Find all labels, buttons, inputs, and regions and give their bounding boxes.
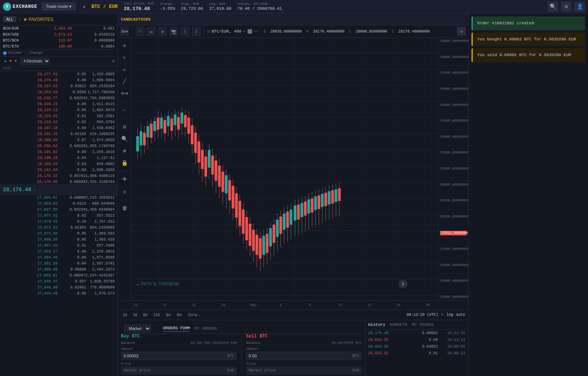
bid-row-12[interactable]: 27,860.00 0.08809 2,454.1874 xyxy=(0,266,118,272)
bid-row-1[interactable]: 27,893.03 0.0323 900.944869 xyxy=(0,201,118,207)
close-chart-button[interactable]: ✕ xyxy=(457,27,466,36)
bid-row-4[interactable]: 27,876.32 0.10 2,787.632 xyxy=(0,218,118,224)
trash-tool[interactable]: 🗑 xyxy=(119,203,130,214)
sell-amount-input[interactable] xyxy=(246,352,350,360)
forward-icon[interactable]: ⟩ xyxy=(192,27,201,36)
ask-row-3[interactable]: 28,253.26 0.0608 1,717.798208 xyxy=(0,89,118,95)
ask-row-17[interactable]: 28,178.19 0.05701 1,606.4386119 xyxy=(0,173,118,179)
search-icon[interactable]: 🔍 xyxy=(548,1,558,12)
settings-chart-icon[interactable]: ⚙ xyxy=(158,27,167,36)
filter-favorites-button[interactable]: ★ FAVORITES xyxy=(23,17,54,22)
history-panel: History MARKETS MY TRADES 28,176.48 0.00… xyxy=(365,320,468,376)
ask-row-11[interactable]: 28,200.94 0.07 1,974.0658 xyxy=(0,137,118,143)
change-radio[interactable]: Change xyxy=(24,51,43,55)
bid-row-13[interactable]: 27,859.61 0.08067 2,247.4341387 xyxy=(0,272,118,278)
diamond-tool[interactable]: ◇ xyxy=(119,186,130,197)
eye-tool[interactable]: 👁 xyxy=(119,174,130,185)
ask-row-13[interactable]: 28,191.02 0.08 2,255.2816 xyxy=(0,149,118,155)
time-3m[interactable]: 3m xyxy=(164,312,173,318)
coin-btc-eth[interactable]: BTC/ETH 100.00 0.0004 xyxy=(0,43,118,49)
buy-amount-input[interactable] xyxy=(121,352,225,360)
bid-row-11[interactable]: 27,861.89 0.04 2,507.5701 xyxy=(0,260,118,266)
bid-row-7[interactable]: 27,868.36 0.05 1,393.418 xyxy=(0,236,118,242)
camera-icon[interactable]: 📷 xyxy=(169,27,178,36)
time-12d[interactable]: 12d xyxy=(151,312,161,318)
bid-row-9[interactable]: 27,866.27 0.08 2,229.3016 xyxy=(0,248,118,254)
volume-radio[interactable]: Volume xyxy=(3,51,21,55)
time-1d[interactable]: 1d xyxy=(121,312,129,318)
candlestick-icon[interactable]: 𝄘 xyxy=(136,27,145,36)
pencil-tool[interactable]: ✏ xyxy=(119,64,130,74)
sell-amount-input-row[interactable]: BTC xyxy=(246,352,362,360)
goto-button[interactable]: Go to... xyxy=(186,312,202,318)
bid-row-16[interactable]: 27,844.48 0.06 1,670.673 xyxy=(0,290,118,296)
bid-row-14[interactable]: 27,846.97 0.037 1,030.33789 xyxy=(0,278,118,284)
svg-rect-73 xyxy=(215,161,217,181)
history-row-3[interactable]: 28,025.22 0.01 10:09:13 xyxy=(365,350,468,357)
time-3d[interactable]: 3d xyxy=(131,312,139,318)
history-row-0[interactable]: 28,176.48 0.00002 10:12:29 xyxy=(365,330,468,336)
crosshair-tool[interactable]: ✛ xyxy=(119,40,130,51)
date-5: 5 xyxy=(280,303,282,307)
markets-tab[interactable]: MARKETS xyxy=(390,322,407,327)
coin-bch-usd[interactable]: BCH/USD 2,873.13 0.0348218 xyxy=(0,31,118,37)
trade-mode-button[interactable]: Trade mode ▾ xyxy=(42,3,76,10)
market-type-select[interactable]: Market xyxy=(124,324,151,333)
bid-row-3[interactable]: 27,877.61 0.02 557.5522 xyxy=(0,213,118,218)
settings-icon[interactable]: ⚙ xyxy=(561,1,572,12)
bid-row-10[interactable]: 27,864.48 0.06 1,671.8688 xyxy=(0,254,118,260)
coin-bch-eur[interactable]: BCH/EUR 2,483.49 0.081 xyxy=(0,25,118,31)
h-val: 28176.48000000 xyxy=(313,30,345,34)
history-tab[interactable]: History xyxy=(368,322,385,327)
bid-row-2[interactable]: 27,887.56 0.05234 1,459.6348904 xyxy=(0,207,118,213)
chart-bar-indicator xyxy=(248,29,252,34)
scroll-right-button[interactable]: ❯ xyxy=(398,279,407,288)
ask-row-0[interactable]: 28,277.61 0.05 1,413.8805 xyxy=(0,71,118,77)
ask-row-4[interactable]: 28,249.77 0.06354 1,794.9903858 xyxy=(0,95,118,101)
bid-row-15[interactable]: 27,846.09 0.02801 779.9689809 xyxy=(0,284,118,290)
ask-row-2[interactable]: 28,267.82 0.03022 854.2535204 xyxy=(0,83,118,89)
time-6m[interactable]: 6m xyxy=(175,312,184,318)
filter-all-button[interactable]: ALL xyxy=(3,16,16,22)
ask-row-1[interactable]: 28,276.49 0.06 1,696.5894 xyxy=(0,77,118,83)
buy-amount-input-row[interactable]: BTC xyxy=(121,352,237,360)
ask-row-15[interactable]: 28,189.34 0.03 845.6802 xyxy=(0,161,118,167)
measure-tool[interactable]: ⊡ xyxy=(119,122,130,132)
history-row-2[interactable]: 28,034.36 0.04052 10:09:55 xyxy=(365,343,468,350)
buy-price-input-row[interactable]: Market price EUR xyxy=(121,367,237,375)
lock-tool[interactable]: 🔒 xyxy=(119,158,130,168)
my-orders-tab[interactable]: MY ORDERS xyxy=(195,325,217,331)
ask-row-14[interactable]: 28,190.25 0.04 1,127.61 xyxy=(0,155,118,161)
user-icon[interactable]: 👤 xyxy=(575,1,585,12)
my-trades-tab[interactable]: MY TRADES xyxy=(412,322,434,327)
magnet-tool[interactable]: ⊕ xyxy=(119,146,130,156)
ask-row-9[interactable]: 28,207.18 0.09 2,538.6462 xyxy=(0,125,118,131)
h-label: H xyxy=(306,30,309,34)
sell-price-input-row[interactable]: Market price EUR xyxy=(246,367,362,375)
ask-row-12[interactable]: 28,200.93 0.06933 1,955.1704769 xyxy=(0,143,118,149)
back-arrow-tool[interactable]: ← xyxy=(119,105,130,115)
orders-form-tab[interactable]: ORDERS FORM xyxy=(163,325,190,331)
line-tool[interactable]: ╱ xyxy=(119,76,130,86)
ask-row-6[interactable]: 28,226.13 0.06 1,693.5678 xyxy=(0,107,118,113)
ask-row-16[interactable]: 28,181.04 0.09 2,536.2936 xyxy=(0,167,118,173)
cursor-tool[interactable]: ↖ xyxy=(119,52,130,62)
history-row-1[interactable]: 28,033.25 0.08 10:11:14 xyxy=(365,336,468,343)
decimals-select[interactable]: 4 Decimals xyxy=(20,58,50,65)
ask-row-10[interactable]: 28,201.31 0.02185 616.1986235 xyxy=(0,131,118,137)
bar-chart-icon[interactable]: ⚌ xyxy=(147,27,156,36)
ask-row-18[interactable]: 28,176.48 0.08998 2,535.3196704 xyxy=(0,179,118,185)
ask-row-8[interactable]: 28,218.52 0.02 564.3704 xyxy=(0,119,118,125)
ask-row-5[interactable]: 28,238.23 0.05 1,411.9115 xyxy=(0,101,118,107)
bid-row-5[interactable]: 27,873.83 0.02383 664.2333689 xyxy=(0,224,118,230)
bid-row-8[interactable]: 27,867.03 0.02 557.3406 xyxy=(0,242,118,248)
hline-tool[interactable]: ⟺ xyxy=(119,88,130,98)
timeframe-selector[interactable]: 8h ▾ xyxy=(120,27,129,36)
ask-row-7[interactable]: 28,225.91 0.01 282.2591 xyxy=(0,113,118,119)
bid-row-0[interactable]: 27,896.02 0.08006 2,233.3553612 xyxy=(0,195,118,201)
zoom-tool[interactable]: 🔍 xyxy=(119,134,130,144)
time-6d[interactable]: 6d xyxy=(141,312,149,318)
replay-icon[interactable]: ⟨ xyxy=(181,27,190,36)
coin-btc-bch[interactable]: BTC/BCH 112.07 0.0000089 xyxy=(0,37,118,43)
bid-row-6[interactable]: 27,871.86 0.05 1,393.593 xyxy=(0,230,118,236)
